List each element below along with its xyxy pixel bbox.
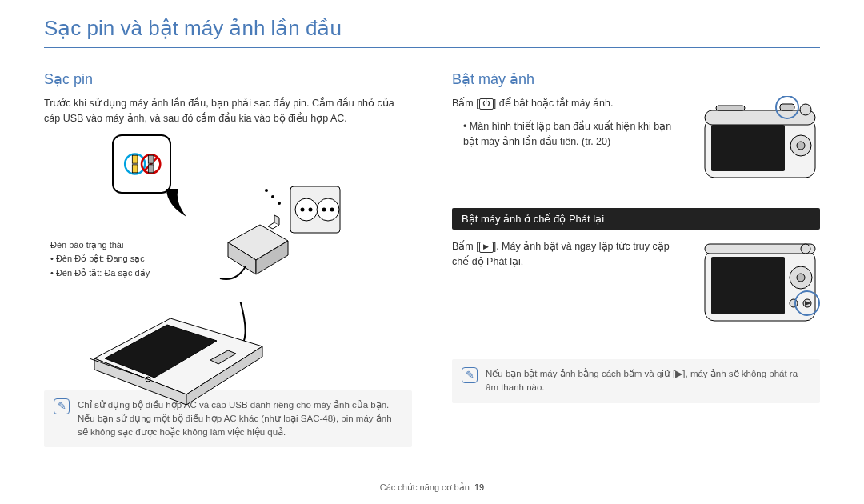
step2-part-a: Bấm [ [452,241,479,252]
poweron-step1: Bấm [⏻] để bật hoặc tắt máy ảnh. • Màn h… [452,96,820,187]
footer-label: Các chức năng cơ bản [380,482,470,492]
note-icon: ✎ [54,398,70,414]
note-icon: ✎ [462,367,478,383]
svg-rect-2 [132,164,138,172]
svg-rect-5 [148,155,154,163]
left-column: Sạc pin Trước khi sử dụng máy ảnh lần đầ… [44,70,412,447]
playback-note-text: Nếu bạn bật máy ảnh bằng cách bấm và giữ… [486,367,810,395]
svg-rect-30 [716,106,745,110]
svg-point-14 [265,189,268,192]
playback-icon: ▶ [479,242,494,253]
page-footer: Các chức năng cơ bản 19 [0,482,864,493]
svg-point-9 [301,207,305,211]
ac-adapter-icon [212,210,300,282]
camera-top-illustration [700,96,820,187]
poweron-line1: Bấm [⏻] để bật hoặc tắt máy ảnh. [452,96,689,111]
svg-rect-23 [705,110,815,125]
playback-subheading: Bật máy ảnh ở chế độ Phát lại [452,208,820,230]
step1-part-a: Bấm [ [452,98,479,109]
indicator-legend: Đèn báo trạng thái • Đèn Đỏ bật: Đang sạ… [50,238,150,281]
svg-point-10 [309,207,313,211]
poweron-heading: Bật máy ảnh [452,70,820,88]
indicator-off: Đèn Đỏ tắt: Đã sạc đầy [56,268,150,278]
camera-perspective-icon [90,302,274,406]
poweron-sub: • Màn hình thiết lập ban đầu xuất hiện k… [452,119,689,150]
usb-orientation-callout [112,134,171,194]
page-number: 19 [474,482,484,492]
svg-point-29 [800,104,811,115]
power-icon: ⏻ [479,98,494,110]
svg-rect-1 [132,155,138,163]
callout-tail [162,189,210,221]
svg-point-15 [271,195,274,198]
charge-heading: Sạc pin [44,70,412,88]
main-columns: Sạc pin Trước khi sử dụng máy ảnh lần đầ… [44,70,820,447]
charge-intro: Trước khi sử dụng máy ảnh lần đầu, bạn p… [44,96,412,126]
indicator-title: Đèn báo trạng thái [50,238,150,253]
playback-step: Bấm [▶]. Máy ảnh bật và ngay lập tức tru… [452,239,820,338]
svg-point-16 [278,202,281,205]
indicator-on: Đèn Đỏ bật: Đang sạc [56,254,145,263]
playback-note: ✎ Nếu bạn bật máy ảnh bằng cách bấm và g… [452,359,820,403]
svg-rect-32 [711,257,785,314]
poweron-sub-text: Màn hình thiết lập ban đầu xuất hiện khi… [463,121,671,147]
svg-point-13 [330,207,334,211]
svg-point-11 [317,198,339,221]
svg-rect-24 [711,125,785,171]
svg-point-34 [797,274,805,282]
step1-part-b: ] để bật hoặc tắt máy ảnh. [494,98,614,109]
playback-line: Bấm [▶]. Máy ảnh bật và ngay lập tức tru… [452,239,689,270]
svg-point-35 [790,299,798,307]
svg-rect-39 [705,244,815,254]
svg-rect-27 [780,104,794,110]
svg-rect-6 [148,164,154,172]
svg-point-40 [801,244,810,254]
svg-point-12 [322,207,326,211]
svg-point-26 [797,142,805,150]
camera-back-illustration [700,239,820,338]
right-column: Bật máy ảnh Bấm [⏻] để bật hoặc tắt máy … [452,70,820,447]
page-title: Sạc pin và bật máy ảnh lần đầu [44,16,820,48]
charge-illustration: Đèn báo trạng thái • Đèn Đỏ bật: Đang sạ… [44,134,412,390]
